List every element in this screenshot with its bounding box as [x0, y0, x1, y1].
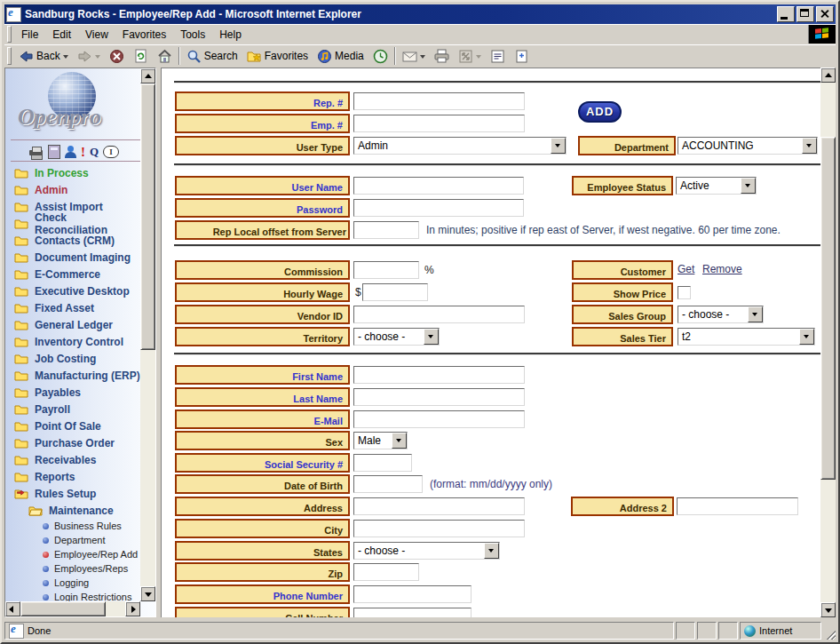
- commission-input[interactable]: [353, 261, 419, 279]
- email-input[interactable]: [353, 410, 525, 428]
- first-name-label[interactable]: First Name: [175, 365, 350, 385]
- sex-select[interactable]: Male: [353, 432, 408, 449]
- sidebar-item-purchase-order[interactable]: Purchase Order: [7, 434, 142, 451]
- emp-number-input[interactable]: [353, 115, 525, 132]
- scrollbar-thumb[interactable]: [20, 601, 106, 616]
- first-name-input[interactable]: [353, 366, 525, 384]
- user-name-input[interactable]: [353, 177, 524, 195]
- sidebar-item-maintenance[interactable]: Maintenance: [7, 502, 142, 519]
- sidebar-item-department[interactable]: Department: [7, 533, 142, 547]
- scrollbar-thumb[interactable]: [820, 137, 836, 480]
- user-icon[interactable]: [65, 146, 76, 158]
- menu-favorites[interactable]: Favorites: [115, 27, 173, 43]
- password-input[interactable]: [353, 199, 524, 217]
- sales-group-select[interactable]: - choose -: [678, 306, 764, 323]
- scrollbar-thumb[interactable]: [140, 83, 155, 350]
- department-select[interactable]: ACCOUNTING: [678, 137, 818, 155]
- search-button[interactable]: Search: [182, 47, 242, 66]
- sales-tier-select[interactable]: t2: [678, 328, 815, 346]
- show-price-checkbox[interactable]: [678, 286, 691, 299]
- sidebar-item-check-reconciliation[interactable]: Check Reconciliation: [7, 215, 142, 232]
- sidebar-item-employee-rep-add[interactable]: Employee/Rep Add: [7, 547, 142, 561]
- sidebar-item-payroll[interactable]: Payroll: [7, 401, 142, 417]
- refresh-button[interactable]: [129, 47, 153, 66]
- phone-label[interactable]: Phone Number: [175, 584, 350, 604]
- zip-input[interactable]: [353, 563, 419, 581]
- calculator-icon[interactable]: [48, 145, 60, 159]
- forward-button[interactable]: [73, 47, 105, 66]
- sidebar-item-job-costing[interactable]: Job Costing: [7, 350, 142, 367]
- sidebar-item-document-imaging[interactable]: Document Imaging: [7, 249, 142, 266]
- sidebar-item-general-ledger[interactable]: General Ledger: [7, 316, 142, 333]
- sidebar-item-in-process[interactable]: In Process: [7, 164, 142, 181]
- ssn-label[interactable]: Social Security #: [175, 453, 350, 473]
- menu-file[interactable]: File: [14, 27, 45, 43]
- maximize-button[interactable]: [796, 6, 814, 22]
- home-button[interactable]: [153, 47, 177, 66]
- menu-tools[interactable]: Tools: [173, 27, 212, 43]
- sidebar-horizontal-scrollbar[interactable]: [5, 601, 140, 616]
- sidebar-item-manufacturing-erp[interactable]: Manufacturing (ERP): [7, 367, 142, 384]
- sidebar-item-admin[interactable]: Admin: [7, 181, 142, 198]
- discuss-button[interactable]: [486, 47, 510, 66]
- address2-input[interactable]: [677, 497, 798, 515]
- main-vertical-scrollbar[interactable]: [820, 68, 836, 617]
- address-input[interactable]: [353, 497, 525, 515]
- scroll-right-icon[interactable]: [125, 601, 140, 616]
- menu-view[interactable]: View: [78, 27, 115, 43]
- edit-button[interactable]: [454, 47, 486, 66]
- rep-number-label[interactable]: Rep. #: [175, 91, 350, 111]
- scroll-down-icon[interactable]: [140, 586, 155, 601]
- sidebar-item-logging[interactable]: Logging: [7, 576, 142, 590]
- messenger-button[interactable]: [510, 47, 534, 66]
- customer-remove-link[interactable]: Remove: [702, 263, 742, 275]
- last-name-input[interactable]: [353, 388, 525, 406]
- sidebar-item-receivables[interactable]: Receivables: [7, 451, 142, 468]
- ssn-input[interactable]: [353, 454, 412, 472]
- sidebar-item-fixed-asset[interactable]: Fixed Asset: [7, 299, 142, 316]
- sidebar-item-employees-reps[interactable]: Employees/Reps: [7, 561, 142, 576]
- sidebar-item-rules-setup[interactable]: Rules Setup: [7, 485, 142, 502]
- scroll-down-icon[interactable]: [820, 602, 836, 617]
- sidebar-item-business-rules[interactable]: Business Rules: [7, 519, 142, 533]
- user-name-label[interactable]: User Name: [175, 176, 350, 195]
- minimize-button[interactable]: [777, 6, 795, 22]
- last-name-label[interactable]: Last Name: [175, 387, 350, 407]
- phone-input[interactable]: [353, 585, 472, 603]
- customer-get-link[interactable]: Get: [678, 263, 694, 275]
- offset-input[interactable]: [353, 221, 419, 239]
- cell-input[interactable]: [353, 608, 472, 617]
- query-icon[interactable]: Q: [90, 146, 99, 159]
- back-button[interactable]: Back: [14, 47, 73, 66]
- toolbar-grip[interactable]: [7, 47, 12, 65]
- print-icon[interactable]: [28, 147, 44, 158]
- emp-number-label[interactable]: Emp. #: [175, 114, 350, 133]
- states-select[interactable]: - choose -: [353, 542, 500, 560]
- menu-edit[interactable]: Edit: [45, 27, 78, 43]
- favorites-button[interactable]: Favorites: [242, 47, 313, 66]
- territory-select[interactable]: - choose -: [353, 328, 440, 346]
- scroll-up-icon[interactable]: [820, 68, 836, 83]
- menu-help[interactable]: Help: [212, 27, 249, 43]
- sidebar-item-e-commerce[interactable]: E-Commerce: [7, 266, 142, 282]
- rep-number-input[interactable]: [353, 92, 525, 110]
- scroll-up-icon[interactable]: [140, 68, 155, 83]
- password-label[interactable]: Password: [175, 198, 350, 218]
- info-bubble-icon[interactable]: I: [103, 146, 119, 158]
- sidebar-vertical-scrollbar[interactable]: [140, 68, 155, 601]
- toolbar-grip[interactable]: [7, 26, 12, 42]
- city-input[interactable]: [353, 520, 525, 537]
- sidebar-item-reports[interactable]: Reports: [7, 468, 142, 485]
- email-label[interactable]: E-Mail: [175, 409, 350, 429]
- employee-status-select[interactable]: Active: [676, 177, 757, 195]
- media-button[interactable]: Media: [313, 47, 368, 66]
- add-button[interactable]: ADD: [578, 101, 622, 123]
- mail-button[interactable]: [398, 47, 430, 66]
- alert-icon[interactable]: !: [81, 146, 85, 159]
- sidebar-item-executive-desktop[interactable]: Executive Desktop: [7, 282, 142, 299]
- sidebar-item-inventory-control[interactable]: Inventory Control: [7, 333, 142, 350]
- dob-input[interactable]: [353, 475, 423, 493]
- stop-button[interactable]: [105, 47, 129, 66]
- scroll-left-icon[interactable]: [5, 601, 20, 616]
- vendor-id-input[interactable]: [353, 306, 525, 323]
